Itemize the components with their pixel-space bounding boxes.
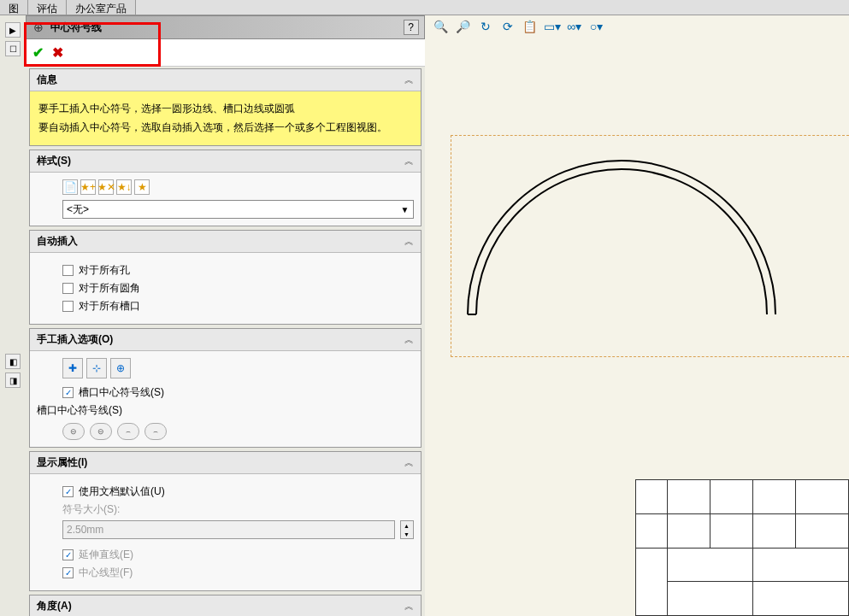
manual-icon-circle[interactable]: ⊕: [110, 358, 131, 378]
info-line-1: 要手工插入中心符号，选择一圆形边线、槽口边线或圆弧: [38, 100, 412, 119]
titleblock-table[interactable]: [635, 479, 849, 616]
size-spin-down: ▼: [401, 530, 413, 538]
tool-misc-icon[interactable]: ∞▾: [567, 19, 582, 34]
section-header-info[interactable]: 信息 ︽: [30, 69, 421, 91]
collapse-icon: ︽: [404, 333, 414, 346]
style-dropdown[interactable]: <无> ▼: [62, 200, 414, 219]
manual-icon-dashed[interactable]: ⊹: [86, 358, 107, 378]
symbol-size-label: 符号大小(S):: [62, 502, 414, 517]
collapse-icon: ︽: [404, 600, 414, 613]
clipboard-icon[interactable]: 📋: [522, 19, 538, 34]
slot-type-2[interactable]: ⊖: [90, 423, 112, 440]
top-tabs: 图 评估 办公室产品: [0, 0, 849, 15]
slot-type-4[interactable]: ⌢: [144, 423, 167, 440]
section-header-display[interactable]: 显示属性(I) ︽: [30, 452, 421, 474]
view-toolbar: 🔍 🔎 ↻ ⟳ 📋 ▭▾ ∞▾ ○▾: [425, 15, 850, 38]
refresh-icon[interactable]: ⟳: [500, 19, 516, 34]
collapse-icon: ︽: [404, 73, 414, 86]
label-all-slots: 对于所有槽口: [79, 299, 140, 314]
panel-title-bar: ⊕ 中心符号线 ?: [26, 15, 425, 39]
margin-btn-3[interactable]: ◧: [5, 354, 21, 369]
label-all-holes: 对于所有孔: [79, 263, 130, 278]
label-use-default: 使用文档默认值(U): [79, 484, 165, 499]
label-slot-centerline: 槽口中心符号线(S): [79, 385, 164, 400]
section-header-style[interactable]: 样式(S) ︽: [30, 150, 421, 173]
margin-btn-4[interactable]: ◨: [5, 373, 21, 388]
symbol-size-input: 2.50mm: [62, 520, 395, 539]
style-remove-favorite-icon[interactable]: ★✕: [98, 179, 114, 195]
checkbox-extend-line: [62, 549, 74, 560]
margin-btn-2[interactable]: ☐: [5, 41, 21, 56]
style-load-favorite-icon[interactable]: ★: [134, 179, 150, 195]
zoom-area-icon[interactable]: 🔎: [456, 19, 471, 34]
tab-office[interactable]: 办公室产品: [67, 0, 136, 15]
slot-type-1[interactable]: ⊖: [62, 423, 85, 440]
help-button[interactable]: ?: [404, 20, 419, 35]
label-center-linetype: 中心线型(F): [79, 566, 133, 580]
drawing-canvas-panel: 🔍 🔎 ↻ ⟳ 📋 ▭▾ ∞▾ ○▾: [425, 15, 850, 616]
center-mark-icon: ⊕: [32, 21, 45, 34]
section-header-manual[interactable]: 手工插入选项(O) ︽: [30, 329, 421, 351]
style-icon-1[interactable]: 📄: [62, 179, 78, 195]
info-box: 要手工插入中心符号，选择一圆形边线、槽口边线或圆弧 要自动插入中心符号，选取自动…: [30, 91, 421, 145]
label-all-fillets: 对于所有圆角: [79, 281, 140, 296]
collapse-icon: ︽: [404, 456, 414, 469]
checkbox-all-fillets[interactable]: [62, 283, 74, 294]
cancel-icon[interactable]: ✖: [52, 44, 63, 61]
checkbox-all-holes[interactable]: [62, 265, 74, 276]
checkbox-center-linetype: [62, 567, 74, 578]
manual-icon-cross[interactable]: ✚: [62, 358, 83, 378]
arc-geometry[interactable]: [459, 144, 784, 357]
drawing-canvas[interactable]: [433, 41, 850, 616]
left-margin: ▶ ☐ ◧ ◨: [0, 15, 26, 616]
size-spin-up: ▲: [401, 521, 413, 530]
collapse-icon: ︽: [404, 155, 414, 167]
zoom-fit-icon[interactable]: 🔍: [433, 19, 449, 34]
action-row: ✔ ✖: [26, 39, 425, 67]
rotate-icon[interactable]: ↻: [478, 19, 493, 34]
checkbox-all-slots[interactable]: [62, 301, 74, 312]
tool-circle-icon[interactable]: ○▾: [589, 19, 604, 34]
panel-title: 中心符号线: [50, 21, 398, 35]
info-line-2: 要自动插入中心符号，选取自动插入选项，然后选择一个或多个工程图视图。: [38, 119, 412, 138]
display-mode-icon[interactable]: ▭▾: [545, 19, 560, 34]
slot-sub-label: 槽口中心符号线(S): [37, 403, 414, 418]
tab-drawing[interactable]: 图: [0, 0, 28, 15]
tab-evaluate[interactable]: 评估: [28, 0, 67, 15]
checkbox-slot-centerline[interactable]: [62, 387, 74, 398]
slot-type-3[interactable]: ⌢: [117, 423, 139, 440]
style-add-favorite-icon[interactable]: ★+: [80, 179, 96, 195]
checkbox-use-default[interactable]: [62, 486, 74, 497]
section-header-angle[interactable]: 角度(A) ︽: [30, 595, 421, 616]
label-extend-line: 延伸直线(E): [79, 548, 133, 562]
style-save-favorite-icon[interactable]: ★↓: [116, 179, 132, 195]
collapse-icon: ︽: [404, 235, 414, 248]
section-header-auto[interactable]: 自动插入 ︽: [30, 231, 421, 253]
confirm-icon[interactable]: ✔: [32, 44, 44, 61]
margin-btn-1[interactable]: ▶: [5, 22, 21, 38]
